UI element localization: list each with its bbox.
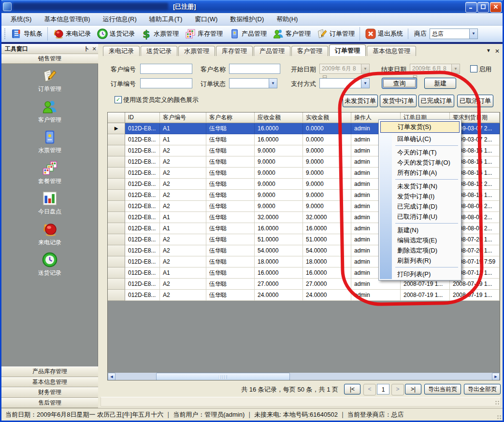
tab-水票管理[interactable]: 水票管理 <box>178 46 215 56</box>
toolbar-people-button[interactable]: 客户管理 <box>270 27 314 41</box>
column-header-应收金额[interactable]: 应收金额 <box>255 113 303 123</box>
context-menu-item-刷新列表(R)[interactable]: 刷新列表(R) <box>380 255 460 266</box>
tab-基本信息管理[interactable]: 基本信息管理 <box>367 46 416 56</box>
tab-订单管理[interactable]: 订单管理 <box>329 44 366 56</box>
context-menu-item-编辑选定项(E)[interactable]: 编辑选定项(E) <box>380 235 460 245</box>
shop-dropdown-icon[interactable]: ▼ <box>469 29 477 39</box>
context-menu-item-未发货订单(N)[interactable]: 未发货订单(N) <box>380 181 460 191</box>
start-date-picker[interactable]: 2009年 6月 8日 ▼ <box>319 64 370 74</box>
context-menu-item-已取消订单(U)[interactable]: 已取消订单(U) <box>380 211 460 222</box>
column-header-客户编号[interactable]: 客户编号 <box>160 113 206 123</box>
sidebar-item-送货记录[interactable]: 送货记录 <box>1 252 98 277</box>
menu-item-3[interactable]: 辅助工具(T) <box>143 14 189 25</box>
menu-item-4[interactable]: 窗口(W) <box>188 14 224 25</box>
toolbar-book-button[interactable]: 导航条 <box>8 27 45 41</box>
scrollbar-thumb[interactable] <box>156 373 290 380</box>
sidebar-item-水票管理[interactable]: 水票管理 <box>1 129 98 155</box>
tab-客户管理[interactable]: 客户管理 <box>291 46 328 56</box>
toolbar-pen-button[interactable]: 订单管理 <box>314 27 358 41</box>
sidebar-item-来电记录[interactable]: 来电记录 <box>1 221 98 247</box>
context-menu-item-打印列表(P)[interactable]: 打印列表(P) <box>380 269 460 279</box>
minimize-button[interactable] <box>465 2 477 13</box>
menu-item-0[interactable]: 系统(S) <box>4 14 38 25</box>
toolbar-exit-button[interactable]: 退出系统 <box>360 27 406 41</box>
status-filter-button-未发货订单[interactable]: 未发货订单 <box>343 95 378 107</box>
context-menu-item-订单发货(S)[interactable]: 订单发货(S) <box>380 121 460 133</box>
next-page-button[interactable]: > <box>391 384 404 395</box>
sidebar-group-sales[interactable]: 销售管理 <box>1 54 98 64</box>
tab-送货记录[interactable]: 送货记录 <box>141 46 177 56</box>
sidebar-group-售后管理[interactable]: 售后管理 <box>1 398 98 408</box>
tab-库存管理[interactable]: 库存管理 <box>216 46 253 56</box>
sidebar-item-订单管理[interactable]: 订单管理 <box>1 68 98 93</box>
payment-dropdown-icon[interactable]: ▼ <box>361 79 369 88</box>
export-all-pages-button[interactable]: 导出全部页 <box>464 384 501 394</box>
toolbar-product-button[interactable]: 产品管理 <box>226 27 270 41</box>
toolbar-clock-button[interactable]: 送货记录 <box>94 27 138 41</box>
sidebar-group-产品库存管理[interactable]: 产品库存管理 <box>1 366 98 377</box>
first-page-button[interactable]: |< <box>344 384 360 394</box>
sidebar-group-财务管理[interactable]: 财务管理 <box>1 387 98 398</box>
close-button[interactable] <box>490 2 502 13</box>
sidebar-item-客户管理[interactable]: 客户管理 <box>1 98 98 124</box>
query-button[interactable]: 查询 <box>382 78 417 89</box>
status-bar: 当前日期：2009年6月8日星期一 农历己丑[牛]年五月十六 ｜ 当前用户：管理… <box>1 408 503 421</box>
status-filter-button-发货中订单[interactable]: 发货中订单 <box>380 95 417 107</box>
column-header-ID[interactable]: ID <box>125 113 160 123</box>
order-status-dropdown-icon[interactable]: ▼ <box>269 79 277 88</box>
menu-item-1[interactable]: 基本信息管理(B) <box>38 14 96 25</box>
shop-select[interactable]: 总店▼ <box>430 28 478 39</box>
menu-item-2[interactable]: 运行信息(R) <box>97 14 143 25</box>
scroll-left-icon[interactable]: ◄ <box>108 373 115 380</box>
column-header-客户名称[interactable]: 客户名称 <box>206 113 255 123</box>
maximize-button[interactable] <box>477 2 489 13</box>
scroll-right-icon[interactable]: ► <box>492 373 500 380</box>
context-menu-item-回单确认(C)[interactable]: 回单确认(C) <box>380 134 460 144</box>
toolbar-dollar-button[interactable]: $水票管理 <box>138 27 182 41</box>
column-header-实收金额[interactable]: 实收金额 <box>303 113 351 123</box>
end-date-picker[interactable]: 2009年 6月 8日 ▼ <box>410 64 460 74</box>
pin-icon[interactable]: 卜 <box>83 45 90 53</box>
context-menu-item-今天的发货订单(O)[interactable]: 今天的发货订单(O) <box>380 157 460 168</box>
tab-产品管理[interactable]: 产品管理 <box>254 46 290 56</box>
toolbar-grip[interactable] <box>4 28 6 40</box>
export-current-page-button[interactable]: 导出当前页 <box>424 384 461 394</box>
sidebar-item-今日盘点[interactable]: 今日盘点 <box>1 190 98 216</box>
new-button[interactable]: 新建 <box>424 78 456 89</box>
cell-customer_name: 伍华聪 <box>206 156 255 168</box>
context-menu-item-已完成订单(D)[interactable]: 已完成订单(D) <box>380 201 460 211</box>
toolbar-button-label: 产品管理 <box>242 29 267 38</box>
enable-checkbox[interactable] <box>470 65 477 72</box>
tab-scroll-down-icon[interactable]: ▼ <box>486 48 491 53</box>
customer-no-input[interactable] <box>140 64 192 74</box>
tool-window-close-icon[interactable]: ✕ <box>90 45 98 53</box>
payment-select[interactable]: ▼ <box>319 78 370 88</box>
page-number-input[interactable]: 1 <box>377 384 389 394</box>
start-date-dropdown-icon[interactable]: ▼ <box>361 64 369 73</box>
context-menu-item-删除选定项(D)[interactable]: 删除选定项(D) <box>380 245 460 255</box>
color-display-checkbox[interactable]: ✓ <box>115 96 122 103</box>
status-filter-button-已完成订单[interactable]: 已完成订单 <box>418 95 454 107</box>
tab-来电记录[interactable]: 来电记录 <box>103 46 140 56</box>
horizontal-scrollbar[interactable]: ◄ ► <box>108 373 500 380</box>
customer-name-input[interactable] <box>229 64 280 74</box>
status-filter-button-已取消订单[interactable]: 已取消订单 <box>457 95 493 107</box>
order-status-select[interactable]: ▼ <box>229 78 277 88</box>
toolbar-calendar-button[interactable]: 库存管理 <box>182 27 226 41</box>
toolbar-bell-button[interactable]: 来电记录 <box>47 27 94 41</box>
menu-item-6[interactable]: 帮助(H) <box>270 14 304 25</box>
last-page-button[interactable]: >| <box>405 384 421 394</box>
sidebar-group-基本信息管理[interactable]: 基本信息管理 <box>1 377 98 388</box>
tab-close-icon[interactable]: ✕ <box>495 48 500 55</box>
end-date-dropdown-icon[interactable]: ▼ <box>451 64 460 73</box>
resize-grip[interactable] <box>497 415 502 420</box>
context-menu-item-发货中订单(I)[interactable]: 发货中订单(I) <box>380 191 460 201</box>
context-menu-item-所有的订单(A)[interactable]: 所有的订单(A) <box>380 168 460 178</box>
table-row[interactable]: 012D-E8...A2伍华聪24.000024.0000admin2008-0… <box>108 290 500 301</box>
order-no-input[interactable] <box>140 78 192 88</box>
prev-page-button[interactable]: < <box>363 384 376 395</box>
sidebar-item-套餐管理[interactable]: 套餐管理 <box>1 160 98 185</box>
context-menu-item-今天的订单(T)[interactable]: 今天的订单(T) <box>380 147 460 157</box>
context-menu-item-新建(N)[interactable]: 新建(N) <box>380 225 460 235</box>
menu-item-5[interactable]: 数据维护(D) <box>224 14 270 25</box>
